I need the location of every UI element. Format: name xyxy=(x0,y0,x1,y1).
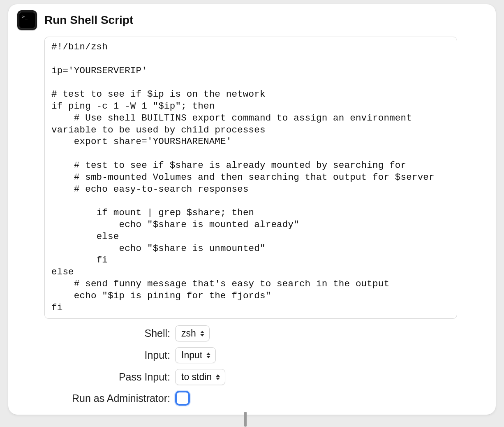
input-select-value: Input xyxy=(181,350,202,361)
chevron-updown-icon xyxy=(200,331,204,336)
option-row-pass-input: Pass Input: to stdin xyxy=(44,369,457,385)
script-content[interactable]: #!/bin/zsh ip='YOURSERVERIP' # test to s… xyxy=(51,41,450,313)
admin-toggle[interactable] xyxy=(175,391,190,406)
chevron-updown-icon xyxy=(216,374,220,380)
input-select[interactable]: Input xyxy=(175,347,216,363)
shell-label: Shell: xyxy=(44,327,175,339)
pass-input-label: Pass Input: xyxy=(44,371,175,383)
option-row-admin: Run as Administrator: xyxy=(44,391,457,406)
input-label: Input: xyxy=(44,349,175,361)
option-row-input: Input: Input xyxy=(44,347,457,363)
pass-input-select[interactable]: to stdin xyxy=(175,369,225,385)
options-panel: Shell: zsh Input: Input Pass Input: to s… xyxy=(44,325,457,406)
card-header: >_ Run Shell Script xyxy=(16,10,488,33)
workflow-connector xyxy=(244,412,247,427)
terminal-icon: >_ xyxy=(17,10,37,30)
shell-select-value: zsh xyxy=(181,328,196,339)
chevron-updown-icon xyxy=(206,353,210,358)
pass-input-select-value: to stdin xyxy=(181,371,212,383)
admin-label: Run as Administrator: xyxy=(44,392,175,404)
action-card: >_ Run Shell Script #!/bin/zsh ip='YOURS… xyxy=(8,4,496,415)
card-title: Run Shell Script xyxy=(44,14,133,27)
option-row-shell: Shell: zsh xyxy=(44,325,457,341)
terminal-prompt-glyph: >_ xyxy=(22,14,28,19)
shell-select[interactable]: zsh xyxy=(175,325,210,341)
script-editor[interactable]: #!/bin/zsh ip='YOURSERVERIP' # test to s… xyxy=(44,37,457,319)
